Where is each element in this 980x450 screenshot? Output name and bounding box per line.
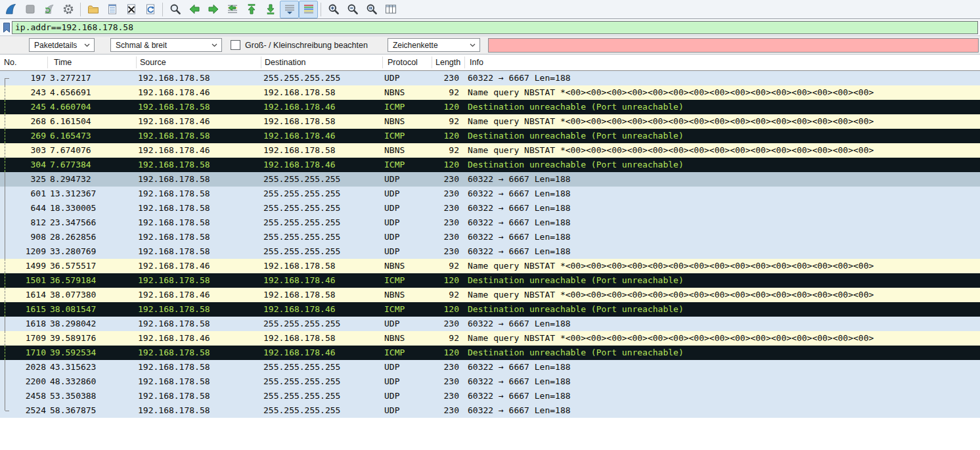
packet-row[interactable]: 161438.077380192.168.178.46192.168.178.5… <box>0 288 980 302</box>
related-packet-indicator <box>0 374 9 389</box>
find-width-select[interactable]: Schmal & breit <box>110 38 222 52</box>
col-proto: UDP <box>382 360 432 374</box>
col-src: 192.168.178.46 <box>136 114 261 129</box>
packet-row[interactable]: 161538.081547192.168.178.58192.168.178.4… <box>0 302 980 317</box>
packet-row[interactable]: 171039.592534192.168.178.58192.168.178.4… <box>0 346 980 360</box>
reload-file-button[interactable] <box>141 1 160 18</box>
col-proto: NBNS <box>382 143 432 158</box>
col-no: 1614 <box>9 288 47 302</box>
col-no: 269 <box>9 129 47 143</box>
packet-row[interactable]: 170939.589176192.168.178.46192.168.178.5… <box>0 331 980 346</box>
col-proto: UDP <box>382 187 432 201</box>
col-len: 92 <box>432 259 464 273</box>
go-to-packet-button[interactable] <box>223 1 242 18</box>
packet-row[interactable]: 90828.262856192.168.178.58255.255.255.25… <box>0 230 980 244</box>
auto-scroll-toggle[interactable] <box>280 1 299 18</box>
header-length[interactable]: Length <box>435 55 460 70</box>
column-separator[interactable] <box>47 56 48 68</box>
resize-columns-button[interactable] <box>381 1 400 18</box>
column-separator[interactable] <box>432 56 432 68</box>
find-packet-button[interactable] <box>166 1 185 18</box>
column-separator[interactable] <box>464 56 465 68</box>
header-source[interactable]: Source <box>140 55 166 70</box>
toolbar-separator <box>162 3 163 16</box>
packet-row[interactable]: 81223.347566192.168.178.58255.255.255.25… <box>0 215 980 230</box>
col-proto: ICMP <box>382 100 432 114</box>
go-to-bottom-button[interactable] <box>261 1 280 18</box>
zoom-reset-button[interactable] <box>362 1 381 18</box>
packet-row[interactable]: 245853.350388192.168.178.58255.255.255.2… <box>0 389 980 403</box>
col-len: 120 <box>432 273 464 288</box>
col-proto: NBNS <box>382 331 432 346</box>
case-sensitive-checkbox[interactable] <box>231 40 240 50</box>
col-info: 60322 → 6667 Len=188 <box>464 215 980 230</box>
col-proto: UDP <box>382 403 432 418</box>
packet-row[interactable]: 150136.579184192.168.178.58192.168.178.4… <box>0 273 980 288</box>
capture-options-button[interactable] <box>58 1 78 18</box>
header-protocol[interactable]: Protocol <box>388 55 418 70</box>
find-type-select[interactable]: Zeichenkette <box>388 38 480 52</box>
related-packet-indicator <box>0 259 9 273</box>
close-file-button[interactable] <box>122 1 141 18</box>
related-packet-indicator <box>0 273 9 288</box>
related-packet-indicator <box>0 85 9 100</box>
col-no: 1710 <box>9 346 47 360</box>
packet-row[interactable]: 60113.312367192.168.178.58255.255.255.25… <box>0 187 980 201</box>
packet-row[interactable]: 2696.165473192.168.178.58192.168.178.46I… <box>0 129 980 143</box>
column-separator[interactable] <box>261 56 261 68</box>
go-back-button[interactable] <box>185 1 204 18</box>
zoom-out-button[interactable] <box>343 1 362 18</box>
open-file-button[interactable] <box>83 1 102 18</box>
col-src: 192.168.178.46 <box>136 259 261 273</box>
display-filter-input[interactable] <box>12 21 978 34</box>
packet-row[interactable]: 3258.294732192.168.178.58255.255.255.255… <box>0 172 980 187</box>
packet-row[interactable]: 2454.660704192.168.178.58192.168.178.46I… <box>0 100 980 114</box>
col-proto: UDP <box>382 71 432 85</box>
save-file-button[interactable] <box>102 1 122 18</box>
restart-capture-icon <box>43 3 56 16</box>
colorize-toggle[interactable] <box>299 1 318 18</box>
chevron-down-icon <box>212 43 217 47</box>
start-capture-button[interactable] <box>1 1 20 18</box>
find-scope-select[interactable]: Paketdetails <box>29 38 95 52</box>
header-info[interactable]: Info <box>470 55 483 70</box>
open-file-icon <box>87 3 100 16</box>
col-proto: UDP <box>382 374 432 389</box>
col-proto: NBNS <box>382 114 432 129</box>
col-dst: 192.168.178.58 <box>261 331 382 346</box>
col-proto: ICMP <box>382 302 432 317</box>
restart-capture-button[interactable] <box>39 1 58 18</box>
packet-row[interactable]: 3037.674076192.168.178.46192.168.178.58N… <box>0 143 980 158</box>
col-src: 192.168.178.58 <box>136 172 261 187</box>
filter-bookmark-button[interactable] <box>1 21 12 34</box>
column-separator[interactable] <box>382 56 383 68</box>
stop-capture-button[interactable] <box>20 1 39 18</box>
packet-row[interactable]: 252458.367875192.168.178.58255.255.255.2… <box>0 403 980 418</box>
related-packet-indicator <box>0 172 9 187</box>
col-src: 192.168.178.58 <box>136 317 261 331</box>
packet-row[interactable]: 1973.277217192.168.178.58255.255.255.255… <box>0 71 980 85</box>
col-proto: ICMP <box>382 273 432 288</box>
find-query-input[interactable] <box>488 38 979 53</box>
col-len: 230 <box>432 230 464 244</box>
packet-row[interactable]: 2686.161504192.168.178.46192.168.178.58N… <box>0 114 980 129</box>
go-to-top-button[interactable] <box>242 1 261 18</box>
col-len: 230 <box>432 215 464 230</box>
packet-row[interactable]: 120933.280769192.168.178.58255.255.255.2… <box>0 244 980 259</box>
col-proto: ICMP <box>382 158 432 172</box>
packet-row[interactable]: 161838.298042192.168.178.58255.255.255.2… <box>0 317 980 331</box>
packet-row[interactable]: 2434.656691192.168.178.46192.168.178.58N… <box>0 85 980 100</box>
column-separator[interactable] <box>136 56 137 68</box>
packet-row[interactable]: 3047.677384192.168.178.58192.168.178.46I… <box>0 158 980 172</box>
header-destination[interactable]: Destination <box>265 55 306 70</box>
col-src: 192.168.178.58 <box>136 230 261 244</box>
packet-row[interactable]: 64418.330005192.168.178.58255.255.255.25… <box>0 201 980 215</box>
packet-row[interactable]: 149936.575517192.168.178.46192.168.178.5… <box>0 259 980 273</box>
zoom-in-button[interactable] <box>324 1 343 18</box>
col-info: 60322 → 6667 Len=188 <box>464 201 980 215</box>
packet-row[interactable]: 202843.315623192.168.178.58255.255.255.2… <box>0 360 980 374</box>
packet-row[interactable]: 220048.332860192.168.178.58255.255.255.2… <box>0 374 980 389</box>
header-no[interactable]: No. <box>4 55 16 70</box>
go-forward-button[interactable] <box>204 1 223 18</box>
header-time[interactable]: Time <box>54 55 72 70</box>
